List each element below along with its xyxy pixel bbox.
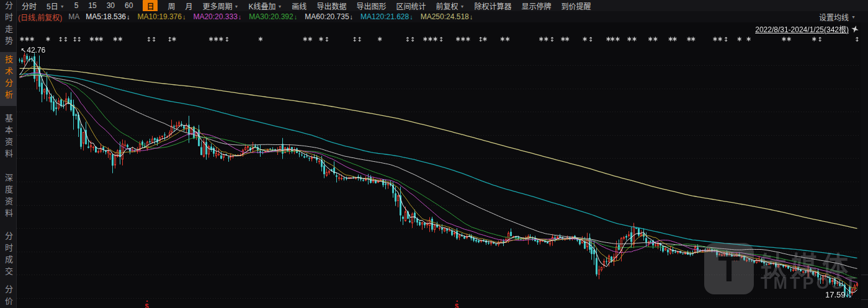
ma-value-3: MA20:20.333↓ xyxy=(193,12,241,21)
date-range-link[interactable]: 2022/8/31-2024/1/25(342根) xyxy=(755,24,849,34)
ma-settings-button[interactable]: 设置均线 ▼ xyxy=(819,12,856,22)
right-strip-divider xyxy=(861,275,868,275)
ma-legend-bar: (日线,前复权) MA MA5:18.536↓MA10:19.376↓MA20:… xyxy=(17,11,868,22)
toolbar-item-label: 15 xyxy=(88,1,96,10)
toolbar-item-label: K线叠加 xyxy=(248,1,275,11)
toolbar-item-label: 导出数据 xyxy=(316,1,346,11)
toolbar-item-15[interactable]: 区间统计 xyxy=(391,1,431,11)
toolbar-item-label: 月 xyxy=(185,1,192,11)
toolbar-item-label: 前复权 xyxy=(436,1,458,11)
sidebar-item-6[interactable]: 分价表 xyxy=(0,285,17,308)
trend-down-icon: ↓ xyxy=(238,13,242,20)
toolbar-item-11[interactable]: K线叠加▼ xyxy=(243,1,287,11)
toolbar-item-8[interactable]: 周 xyxy=(163,1,180,11)
toolbar-item-3[interactable]: 5 xyxy=(69,1,84,10)
toolbar-item-label: 区间统计 xyxy=(396,1,426,11)
ma-value-6: MA120:21.628↓ xyxy=(360,12,413,21)
toolbar-item-label: 5日 xyxy=(47,1,58,11)
sidebar-item-4[interactable]: 深度资料 xyxy=(0,174,17,222)
ma-prefix-label: MA xyxy=(68,12,79,21)
period-toolbar: 分时5日▼5153060日周月更多周期▼K线叠加▼画线导出数据导出图形区间统计前… xyxy=(17,0,868,11)
trend-down-icon: ↓ xyxy=(350,13,354,20)
toolbar-item-label: 5 xyxy=(74,1,79,10)
toolbar-item-6[interactable]: 60 xyxy=(120,1,138,10)
sidebar-item-1[interactable]: 分时走势 xyxy=(0,1,17,50)
sidebar-item-label: 技术分析 xyxy=(0,55,17,102)
peak-arrow-icon: ↖ xyxy=(20,46,26,54)
toolbar-item-9[interactable]: 月 xyxy=(180,1,197,11)
ma-value-5: MA60:20.735↓ xyxy=(305,12,353,21)
toolbar-item-14[interactable]: 导出图形 xyxy=(351,1,391,11)
ma-value-4: MA30:20.392↓ xyxy=(249,12,297,21)
toolbar-item-label: 分时 xyxy=(22,1,37,11)
toolbar-item-label: 更多周期 xyxy=(202,1,232,11)
toolbar-item-19[interactable]: 到价提醒 xyxy=(556,1,596,11)
toolbar-item-17[interactable]: 除权计算器 xyxy=(469,1,516,11)
trend-down-icon: ↓ xyxy=(182,13,186,20)
sidebar-item-2[interactable]: 技术分析 xyxy=(0,52,17,106)
toolbar-item-5[interactable]: 30 xyxy=(102,1,120,10)
toolbar-item-2[interactable]: 5日▼ xyxy=(42,1,69,11)
trend-down-icon: ↓ xyxy=(409,13,413,20)
toolbar-item-label: 30 xyxy=(107,1,115,10)
sidebar-item-5[interactable]: 分时成交 xyxy=(0,232,17,281)
toolbar-item-16[interactable]: 前复权▼ xyxy=(431,1,469,11)
trend-down-icon: ↓ xyxy=(470,13,473,20)
toolbar-item-10[interactable]: 更多周期▼ xyxy=(197,1,243,11)
ma-settings-label: 设置均线 xyxy=(819,12,849,22)
low-arrow-icon: ↘ xyxy=(846,291,852,299)
kline-chart: ↖42.76 17.59↘ 2022/8/31-2024/1/25(342根) … xyxy=(17,22,861,308)
low-price-label: 17.59↘ xyxy=(825,290,852,299)
toolbar-item-label: 60 xyxy=(125,1,133,10)
trend-down-icon: ↓ xyxy=(294,13,298,20)
sidebar-item-label: 深度资料 xyxy=(0,174,17,221)
trend-down-icon: ↓ xyxy=(127,13,130,20)
right-strip-divider xyxy=(861,299,868,300)
chevron-down-icon: ▼ xyxy=(851,15,856,19)
sidebar-item-label: 分时成交 xyxy=(0,232,17,279)
chevron-down-icon: ▼ xyxy=(234,4,238,9)
toolbar-item-12[interactable]: 画线 xyxy=(287,1,311,11)
toolbar-item-4[interactable]: 15 xyxy=(83,1,101,10)
toolbar-item-18[interactable]: 显示停牌 xyxy=(516,1,556,11)
toolbar-item-label: 到价提醒 xyxy=(561,1,591,11)
chevron-down-icon: ▼ xyxy=(277,4,282,9)
left-sidebar: 分时走势技术分析基本资料深度资料分时成交分价表 xyxy=(0,0,17,308)
sidebar-item-label: 基本资料 xyxy=(0,114,17,161)
toolbar-item-13[interactable]: 导出数据 xyxy=(311,1,351,11)
toolbar-item-1[interactable]: 分时 xyxy=(17,1,42,11)
peak-price-label: ↖42.76 xyxy=(20,46,45,55)
date-range: 2022/8/31-2024/1/25(342根) xyxy=(755,24,859,34)
toolbar-item-7[interactable]: 日 xyxy=(143,0,158,11)
sidebar-item-label: 分时走势 xyxy=(0,1,17,48)
ma-values: MA5:18.536↓MA10:19.376↓MA20:20.333↓MA30:… xyxy=(86,12,480,21)
toolbar-item-label: 日 xyxy=(146,1,154,11)
toolbar-item-label: 画线 xyxy=(292,1,306,11)
chevron-down-icon: ▼ xyxy=(60,4,65,9)
kline-mode-label: (日线,前复权) xyxy=(18,12,62,22)
sidebar-item-3[interactable]: 基本资料 xyxy=(0,114,17,163)
toolbar-item-label: 周 xyxy=(168,1,175,11)
chevron-down-icon: ▼ xyxy=(460,4,464,9)
pin-icon[interactable] xyxy=(851,25,859,33)
stock-chart-app: 分时走势技术分析基本资料深度资料分时成交分价表 分时5日▼5153060日周月更… xyxy=(0,0,868,308)
sidebar-item-label: 分价表 xyxy=(0,285,17,308)
ma-value-1: MA5:18.536↓ xyxy=(86,12,130,21)
ma-value-7: MA250:24.518↓ xyxy=(421,12,473,21)
toolbar-item-label: 除权计算器 xyxy=(474,1,511,11)
ma-value-2: MA10:19.376↓ xyxy=(138,12,186,21)
toolbar-item-label: 显示停牌 xyxy=(521,1,551,11)
toolbar-item-label: 导出图形 xyxy=(356,1,386,11)
kline-canvas[interactable] xyxy=(17,22,861,308)
